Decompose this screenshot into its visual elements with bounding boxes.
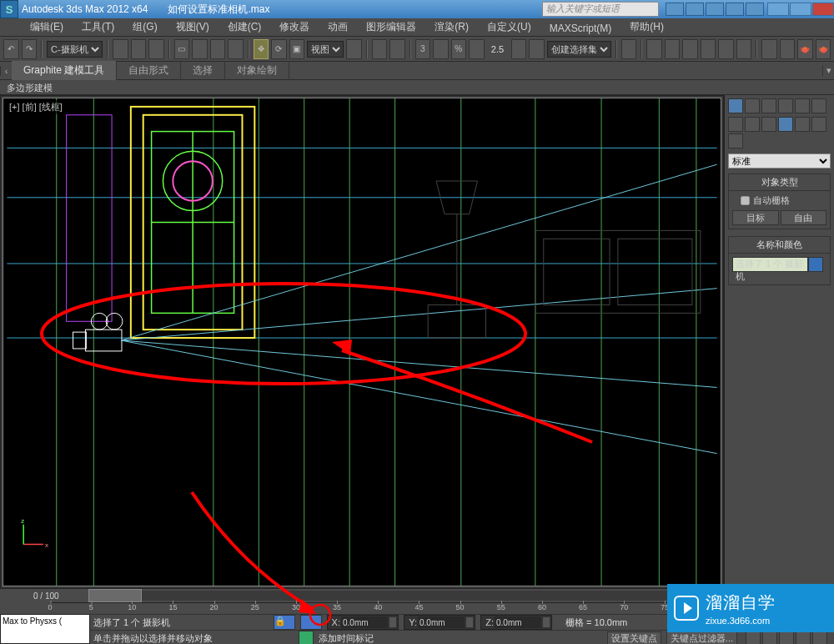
undo-icon[interactable]: ↶	[3, 39, 19, 59]
snap-toggle-icon[interactable]: 3	[415, 39, 431, 59]
add-time-tag-label[interactable]: 添加时间标记	[319, 632, 374, 645]
goto-start-icon[interactable]	[746, 631, 761, 644]
render-setup-icon[interactable]	[761, 39, 777, 59]
menu-tools[interactable]: 工具(T)	[75, 18, 121, 36]
free-camera-button[interactable]: 自由	[781, 210, 827, 225]
play-icon[interactable]	[779, 631, 794, 644]
ribbon-collapse-icon[interactable]: ▾	[822, 65, 834, 76]
maxscript-listener[interactable]: Max to Physxs (	[0, 614, 90, 644]
create-lights-icon[interactable]	[761, 117, 776, 132]
align-icon[interactable]	[646, 39, 662, 59]
motion-tab-icon[interactable]	[778, 98, 793, 113]
ribbon-sub-tab[interactable]: 多边形建模	[0, 80, 834, 95]
rollout-object-type[interactable]: 对象类型	[729, 174, 830, 191]
manipulate-icon[interactable]	[372, 39, 388, 59]
comm-center-icon[interactable]	[706, 3, 724, 16]
menu-graph[interactable]: 图形编辑器	[359, 18, 423, 36]
create-shapes-icon[interactable]	[745, 117, 760, 132]
ribbon-expand-icon[interactable]: ‹	[0, 66, 12, 76]
render-prod-icon[interactable]: 🫖	[816, 39, 831, 59]
menu-create[interactable]: 创建(C)	[221, 18, 269, 36]
menu-customize[interactable]: 自定义(U)	[480, 18, 538, 36]
bind-spacewarp-icon[interactable]	[148, 39, 164, 59]
menu-views[interactable]: 视图(V)	[169, 18, 216, 36]
move-icon[interactable]: ✥	[254, 39, 269, 59]
category-dropdown[interactable]: 标准	[728, 153, 831, 169]
menu-group[interactable]: 组(G)	[126, 18, 163, 36]
material-editor-icon[interactable]	[736, 39, 752, 59]
render-icon[interactable]: 🫖	[797, 39, 813, 59]
window-crossing-icon[interactable]	[228, 39, 244, 59]
create-helpers-icon[interactable]	[795, 117, 810, 132]
coord-y-input[interactable]	[418, 616, 465, 628]
edit-named-sel-icon[interactable]	[511, 39, 527, 59]
unlink-icon[interactable]	[131, 39, 147, 59]
app-menu-icon[interactable]: S	[0, 0, 18, 18]
modify-tab-icon[interactable]	[745, 98, 760, 113]
menu-maxscript[interactable]: MAXScript(M)	[543, 21, 619, 36]
keyboard-shortcut-icon[interactable]	[389, 39, 405, 59]
graphite-toggle-icon[interactable]	[682, 39, 698, 59]
ribbon-tab-graphite[interactable]: Graphite 建模工具	[12, 61, 117, 80]
viewport-label[interactable]: [+] [前] [线框]	[7, 100, 65, 114]
create-tab-icon[interactable]	[728, 98, 743, 113]
curve-editor-icon[interactable]	[701, 39, 716, 59]
link-icon[interactable]	[113, 39, 128, 59]
help-icon[interactable]	[746, 3, 764, 16]
mirror-icon[interactable]	[621, 39, 637, 59]
minimize-button[interactable]	[767, 3, 789, 16]
menu-animation[interactable]: 动画	[321, 18, 354, 36]
lock-selection-icon[interactable]: 🔒	[274, 615, 295, 630]
help-search-input[interactable]: 输入关键字或短语	[542, 2, 659, 17]
menu-help[interactable]: 帮助(H)	[623, 18, 671, 36]
display-tab-icon[interactable]	[795, 98, 810, 113]
menu-edit[interactable]: 编辑(E)	[23, 18, 70, 36]
ribbon-tab-selection[interactable]: 选择	[181, 61, 225, 80]
next-frame-icon[interactable]	[796, 631, 811, 644]
select-region-icon[interactable]	[210, 39, 226, 59]
spinner-icon[interactable]	[389, 616, 397, 628]
menu-rendering[interactable]: 渲染(R)	[428, 18, 475, 36]
rollout-name-color[interactable]: 名称和颜色	[729, 237, 830, 254]
redo-icon[interactable]: ↷	[22, 39, 38, 59]
ribbon-tab-paint[interactable]: 对象绘制	[225, 61, 289, 80]
object-color-swatch[interactable]	[808, 257, 823, 272]
close-button[interactable]	[812, 3, 834, 16]
select-by-name-icon[interactable]	[192, 39, 208, 59]
utilities-tab-icon[interactable]	[811, 98, 826, 113]
pivot-icon[interactable]	[346, 39, 362, 59]
object-name-input[interactable]: 选择了 1 个 摄影机	[732, 257, 808, 272]
favorites-icon[interactable]	[726, 3, 744, 16]
select-object-icon[interactable]: ▭	[174, 39, 190, 59]
ref-coord-dropdown[interactable]: 视图	[307, 41, 344, 58]
layer-manager-icon[interactable]	[665, 39, 681, 59]
view-set-dropdown[interactable]: C-摄影机	[47, 41, 103, 58]
viewport-front[interactable]: [+] [前] [线框]	[3, 98, 721, 586]
hierarchy-tab-icon[interactable]	[761, 98, 776, 113]
scale-icon[interactable]: ▣	[289, 39, 305, 59]
rotate-icon[interactable]: ⟳	[271, 39, 287, 59]
percent-snap-icon[interactable]: %	[451, 39, 467, 59]
subscription-icon[interactable]	[686, 3, 704, 16]
key-filters-button[interactable]: 关键点过滤器...	[666, 631, 737, 644]
prev-frame-icon[interactable]	[762, 631, 777, 644]
create-geometry-icon[interactable]	[728, 117, 743, 132]
coord-z-input[interactable]	[495, 616, 541, 628]
angle-snap-icon[interactable]	[433, 39, 449, 59]
goto-end-icon[interactable]	[812, 631, 827, 644]
time-slider-handle[interactable]	[88, 589, 142, 602]
spinner-snap-icon[interactable]	[469, 39, 485, 59]
coord-x-input[interactable]	[341, 616, 388, 628]
create-spacewarps-icon[interactable]	[811, 117, 826, 132]
menu-modifiers[interactable]: 修改器	[273, 18, 316, 36]
key-mode-icon[interactable]	[300, 615, 322, 630]
ribbon-tab-freeform[interactable]: 自由形式	[117, 61, 181, 80]
spinner-icon[interactable]	[465, 616, 474, 628]
create-systems-icon[interactable]	[728, 133, 743, 148]
create-cameras-icon[interactable]	[778, 117, 793, 132]
search-icon[interactable]	[666, 3, 684, 16]
set-key-button[interactable]: 设置关键点	[607, 631, 661, 644]
spinner-icon[interactable]	[542, 616, 550, 628]
schematic-view-icon[interactable]	[718, 39, 734, 59]
named-selection-dropdown[interactable]: 创建选择集	[547, 41, 611, 58]
